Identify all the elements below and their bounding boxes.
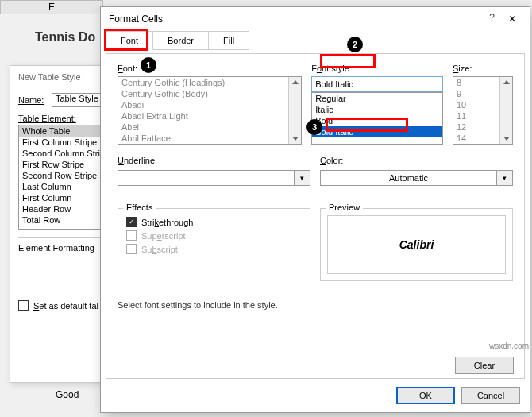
color-label: Color:: [320, 156, 343, 165]
titlebar: Format Cells ? ✕: [101, 7, 530, 31]
name-label: Name:: [18, 95, 52, 105]
list-item[interactable]: Abadi Extra Light: [118, 110, 301, 122]
color-value: Automatic: [320, 170, 497, 186]
step-badge-3: 3: [306, 119, 322, 135]
font-style-listbox[interactable]: Regular Italic Bold Bold Italic: [311, 92, 443, 145]
step-badge-1: 1: [141, 57, 156, 73]
underline-label: Underline:: [118, 156, 157, 165]
color-dropdown[interactable]: Automatic ▾: [320, 170, 513, 186]
default-checkbox[interactable]: [18, 300, 29, 311]
scrollbar[interactable]: [499, 77, 512, 144]
tab-strip: Font Border Fill: [101, 31, 530, 50]
chevron-down-icon[interactable]: ▾: [497, 170, 513, 186]
chevron-down-icon[interactable]: ▾: [295, 170, 310, 186]
font-label: Font:: [118, 64, 137, 73]
preview-group: Preview Calibri: [320, 208, 513, 281]
sheet-title: Tennis Do: [35, 30, 95, 44]
superscript-label: Superscript: [141, 231, 186, 241]
effects-label: Effects: [123, 203, 156, 212]
help-icon[interactable]: ?: [489, 12, 495, 23]
size-label: Size:: [453, 64, 472, 73]
scrollbar[interactable]: [288, 77, 301, 144]
tab-border[interactable]: Border: [152, 31, 209, 50]
list-item[interactable]: Abril Fatface: [118, 133, 301, 144]
list-item[interactable]: Bold Italic: [312, 126, 442, 137]
subscript-label: Subscript: [141, 245, 178, 254]
watermark: wsxdn.com: [489, 342, 529, 350]
format-cells-dialog: Format Cells ? ✕ Font Border Fill Font: …: [100, 6, 530, 413]
superscript-checkbox[interactable]: [126, 230, 137, 241]
cancel-button[interactable]: Cancel: [461, 387, 520, 404]
close-icon[interactable]: ✕: [499, 10, 525, 28]
dialog-title: Format Cells: [109, 14, 163, 25]
step-badge-2: 2: [347, 37, 363, 52]
instruction-text: Select font settings to include in the s…: [118, 300, 513, 310]
font-style-input[interactable]: [311, 76, 443, 92]
good-text: Good: [56, 389, 79, 400]
tab-font[interactable]: Font: [106, 31, 153, 50]
font-panel: Font: Century Gothic (Headings) Century …: [106, 53, 525, 379]
strikethrough-checkbox[interactable]: [126, 217, 137, 227]
list-item[interactable]: Century Gothic (Headings): [118, 77, 301, 88]
subscript-checkbox[interactable]: [126, 244, 137, 254]
list-item[interactable]: Bold: [312, 115, 442, 126]
list-item[interactable]: Century Gothic (Body): [118, 88, 301, 99]
clear-button[interactable]: Clear: [455, 357, 514, 374]
list-item[interactable]: Abadi: [118, 99, 301, 110]
tab-fill[interactable]: Fill: [208, 31, 249, 50]
preview-label: Preview: [326, 203, 363, 212]
underline-dropdown[interactable]: ▾: [118, 170, 310, 186]
list-item[interactable]: Regular: [312, 93, 442, 104]
preview-box: Calibri: [327, 215, 506, 274]
font-listbox[interactable]: Century Gothic (Headings) Century Gothic…: [118, 76, 302, 145]
strikethrough-label: Strikethrough: [141, 218, 193, 227]
list-item[interactable]: Abel: [118, 122, 301, 133]
font-style-label: Font style:: [311, 64, 352, 73]
default-label: Set as default tal: [33, 301, 98, 311]
column-header: E: [0, 0, 103, 14]
effects-group: Effects Strikethrough Superscript Subscr…: [118, 208, 310, 264]
ok-button[interactable]: OK: [396, 387, 455, 404]
underline-value: [118, 170, 295, 186]
size-listbox[interactable]: 8 9 10 11 12 14: [453, 76, 513, 145]
list-item[interactable]: Italic: [312, 104, 442, 115]
